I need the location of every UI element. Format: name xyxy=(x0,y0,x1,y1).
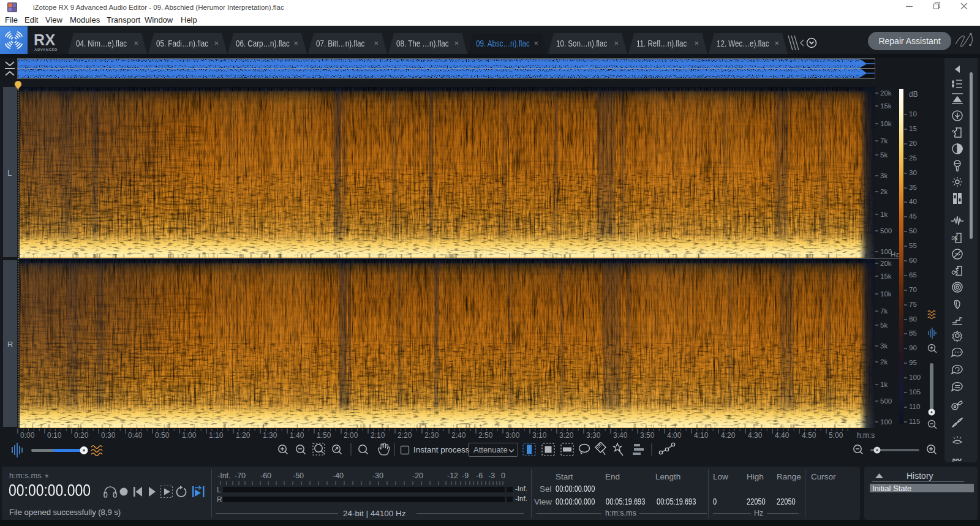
svg-text:500: 500 xyxy=(880,397,892,405)
svg-text:20k: 20k xyxy=(880,89,892,97)
svg-text:1k: 1k xyxy=(880,211,888,218)
svg-text:2k: 2k xyxy=(880,188,888,195)
svg-text:7k: 7k xyxy=(880,307,888,315)
svg-text:7k: 7k xyxy=(880,137,888,145)
svg-text:2k: 2k xyxy=(880,358,888,366)
svg-text:5k: 5k xyxy=(880,321,888,329)
svg-text:100: 100 xyxy=(880,418,892,426)
svg-text:1k: 1k xyxy=(880,381,888,388)
svg-text:500: 500 xyxy=(880,227,892,235)
svg-text:15k: 15k xyxy=(880,272,892,280)
svg-text:3k: 3k xyxy=(880,342,888,350)
svg-text:5k: 5k xyxy=(880,151,888,159)
svg-text:20k: 20k xyxy=(880,260,892,267)
svg-text:15k: 15k xyxy=(880,102,892,110)
svg-text:10k: 10k xyxy=(880,120,892,127)
svg-text:3k: 3k xyxy=(880,172,888,179)
svg-text:10k: 10k xyxy=(880,290,892,298)
